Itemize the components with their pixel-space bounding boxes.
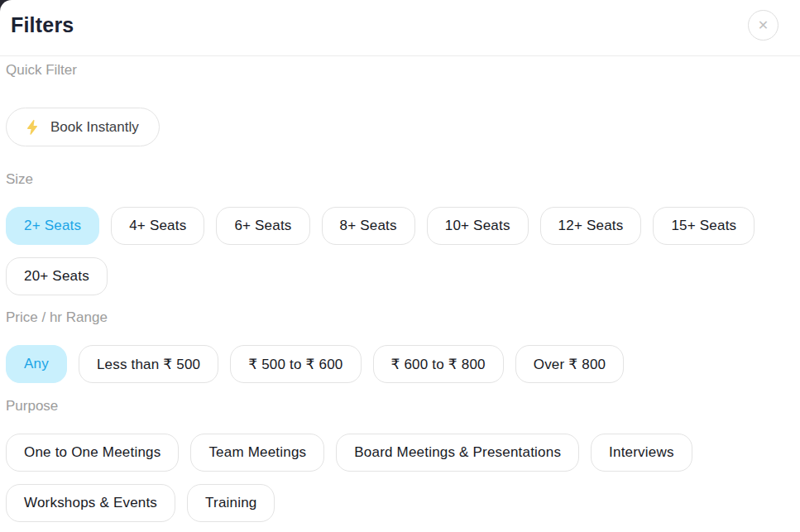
- purpose-chip[interactable]: Board Meetings & Presentations: [336, 434, 579, 472]
- page-title: Filters: [11, 13, 74, 37]
- modal-header: Filters ✕: [0, 0, 800, 56]
- purpose-chip[interactable]: Workshops & Events: [6, 484, 175, 522]
- size-chip[interactable]: 4+ Seats: [111, 207, 204, 245]
- purpose-options: One to One MeetingsTeam MeetingsBoard Me…: [6, 434, 794, 522]
- size-label: Size: [6, 171, 794, 187]
- book-instantly-button[interactable]: Book Instantly: [6, 108, 160, 146]
- size-chip[interactable]: 20+ Seats: [6, 257, 108, 295]
- price-options: AnyLess than ₹ 500₹ 500 to ₹ 600₹ 600 to…: [6, 345, 794, 383]
- filters-modal: Filters ✕ Quick Filter Book Instantly Si…: [0, 0, 800, 532]
- purpose-chip[interactable]: Team Meetings: [190, 434, 324, 472]
- price-chip[interactable]: Any: [6, 345, 67, 383]
- quick-filter-label: Quick Filter: [6, 62, 794, 78]
- price-chip[interactable]: ₹ 500 to ₹ 600: [230, 345, 361, 383]
- book-instantly-label: Book Instantly: [50, 119, 139, 136]
- size-chip[interactable]: 12+ Seats: [540, 207, 642, 245]
- purpose-chip[interactable]: Training: [187, 484, 275, 522]
- close-icon: ✕: [758, 19, 769, 32]
- size-options: 2+ Seats4+ Seats6+ Seats8+ Seats10+ Seat…: [6, 207, 794, 295]
- price-chip[interactable]: Less than ₹ 500: [79, 345, 218, 383]
- price-chip[interactable]: Over ₹ 800: [515, 345, 624, 383]
- purpose-chip[interactable]: One to One Meetings: [6, 434, 179, 472]
- size-chip[interactable]: 10+ Seats: [427, 207, 529, 245]
- size-chip[interactable]: 6+ Seats: [216, 207, 309, 245]
- size-chip[interactable]: 2+ Seats: [6, 207, 99, 245]
- purpose-chip[interactable]: Interviews: [591, 434, 692, 472]
- modal-content: Quick Filter Book Instantly Size 2+ Seat…: [0, 56, 800, 522]
- purpose-label: Purpose: [6, 398, 794, 414]
- price-range-label: Price / hr Range: [6, 309, 794, 325]
- price-chip[interactable]: ₹ 600 to ₹ 800: [373, 345, 504, 383]
- size-chip[interactable]: 8+ Seats: [322, 207, 415, 245]
- lightning-bolt-icon: [24, 118, 41, 137]
- size-chip[interactable]: 15+ Seats: [653, 207, 754, 245]
- close-button[interactable]: ✕: [748, 10, 778, 41]
